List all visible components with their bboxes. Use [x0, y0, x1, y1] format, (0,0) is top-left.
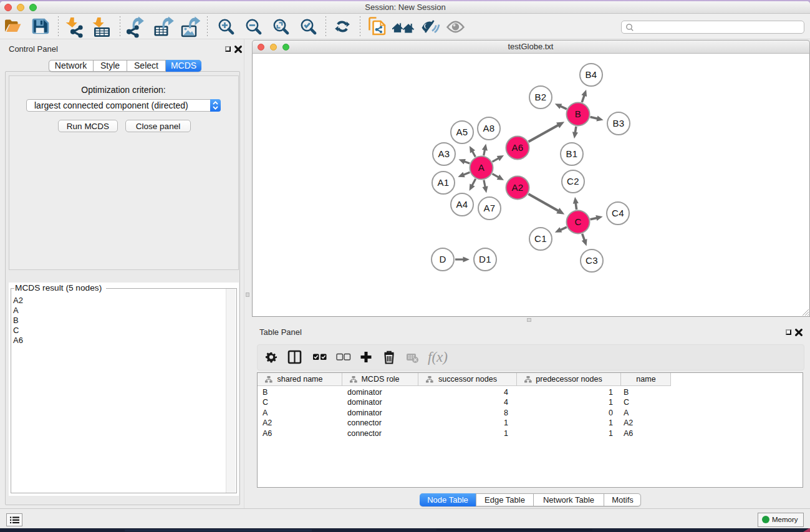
svg-text:f(x): f(x) [428, 349, 448, 365]
